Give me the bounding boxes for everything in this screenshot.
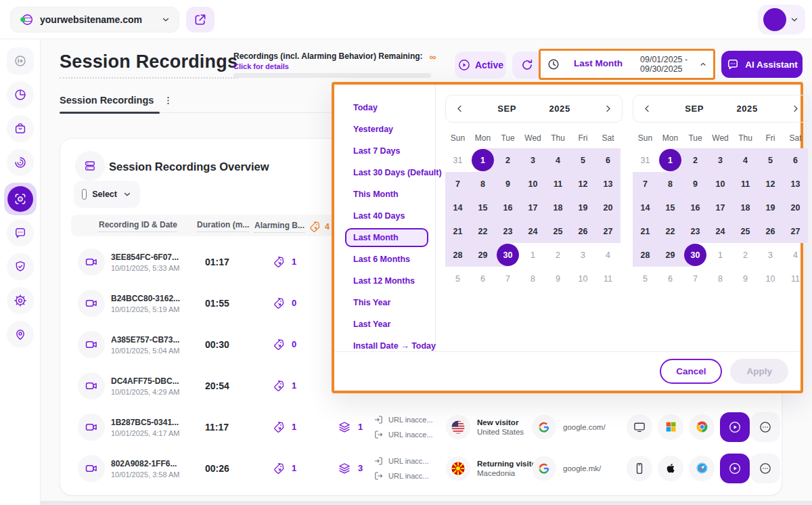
account-menu[interactable] [758, 5, 805, 35]
day-cell[interactable]: 14 [445, 196, 470, 219]
day-cell[interactable]: 9 [545, 267, 570, 290]
day-cell[interactable]: 24 [708, 219, 733, 243]
day-cell[interactable]: 8 [708, 267, 733, 290]
day-cell[interactable]: 3 [520, 148, 545, 172]
day-cell[interactable]: 5 [570, 148, 595, 172]
day-cell[interactable]: 7 [495, 267, 520, 290]
day-cell[interactable]: 2 [733, 243, 758, 267]
sidebar-item-security[interactable] [7, 253, 34, 280]
day-cell[interactable]: 6 [658, 267, 683, 290]
details-link[interactable]: Click for details [233, 62, 289, 70]
day-cell[interactable]: 19 [758, 196, 783, 219]
recording-row[interactable]: 802A9082-1FF6...10/01/2025, 3:58 AM00:26… [60, 447, 783, 489]
day-cell[interactable]: 22 [470, 219, 495, 243]
sidebar-item-location[interactable] [7, 321, 34, 348]
day-cell[interactable]: 6 [470, 267, 495, 290]
day-cell[interactable]: 10 [708, 172, 733, 196]
day-cell[interactable]: 1 [520, 243, 545, 267]
day-cell[interactable]: 18 [733, 196, 758, 219]
day-cell[interactable]: 22 [658, 219, 683, 243]
overview-icon-button[interactable] [75, 151, 105, 181]
site-selector[interactable]: yourwebsitename.com [10, 7, 179, 32]
date-range-button[interactable]: Last Month 09/01/2025 - 09/30/2025 [543, 53, 711, 76]
day-cell[interactable]: 11 [783, 267, 808, 290]
day-cell[interactable]: 5 [445, 267, 470, 290]
day-cell[interactable]: 21 [445, 219, 470, 243]
day-cell[interactable]: 17 [708, 196, 733, 219]
cancel-button[interactable]: Cancel [660, 359, 722, 384]
day-cell[interactable]: 26 [758, 219, 783, 243]
prev-month-button[interactable] [455, 104, 465, 114]
sidebar-item-store[interactable] [7, 115, 34, 142]
day-cell[interactable]: 7 [633, 172, 658, 196]
play-recording-button[interactable] [720, 454, 750, 483]
day-cell[interactable]: 19 [570, 196, 595, 219]
day-cell[interactable]: 29 [658, 243, 683, 267]
preset-yesterday[interactable]: Yesterday [345, 120, 428, 139]
day-cell[interactable]: 7 [445, 172, 470, 196]
day-cell[interactable]: 12 [758, 172, 783, 196]
column-id-date[interactable]: Recording ID & Date [99, 220, 177, 229]
tab-session-recordings[interactable]: Session Recordings [60, 95, 173, 106]
day-cell[interactable]: 2 [495, 148, 520, 172]
select-dropdown[interactable]: Select [74, 181, 140, 208]
day-cell[interactable]: 24 [520, 219, 545, 243]
day-cell[interactable]: 4 [595, 243, 621, 267]
preset-last-30-days-default[interactable]: Last 30 Days (Default) [345, 163, 428, 182]
kebab-menu-icon[interactable] [163, 95, 173, 106]
day-cell[interactable]: 14 [633, 196, 658, 219]
prev-month-button[interactable] [642, 104, 652, 114]
day-cell[interactable]: 15 [470, 196, 495, 219]
select-checkbox[interactable] [82, 189, 87, 200]
day-cell[interactable]: 3 [758, 243, 783, 267]
day-cell[interactable]: 11 [595, 267, 621, 290]
day-cell[interactable]: 13 [595, 172, 621, 196]
preset-last-12-months[interactable]: Last 12 Months [345, 271, 428, 290]
day-cell[interactable]: 5 [758, 148, 783, 172]
day-cell[interactable]: 10 [520, 172, 545, 196]
day-cell[interactable]: 25 [545, 219, 570, 243]
day-cell[interactable]: 8 [520, 267, 545, 290]
day-cell[interactable]: 25 [733, 219, 758, 243]
day-cell[interactable]: 3 [570, 243, 595, 267]
day-cell[interactable]: 7 [683, 267, 708, 290]
next-month-button[interactable] [603, 104, 613, 114]
day-cell[interactable]: 8 [658, 172, 683, 196]
sidebar-item-chat[interactable] [7, 219, 34, 246]
sidebar-item-settings[interactable] [7, 287, 34, 314]
play-recording-button[interactable] [720, 412, 750, 442]
day-cell[interactable]: 1 [470, 148, 495, 172]
day-cell[interactable]: 23 [683, 219, 708, 243]
day-cell[interactable]: 9 [733, 267, 758, 290]
day-cell[interactable]: 28 [633, 243, 658, 267]
day-cell[interactable]: 9 [495, 172, 520, 196]
day-cell[interactable]: 1 [658, 148, 683, 172]
day-cell[interactable]: 10 [570, 267, 595, 290]
preset-this-year[interactable]: This Year [345, 293, 428, 312]
day-cell[interactable]: 31 [633, 148, 658, 172]
day-cell[interactable]: 26 [570, 219, 595, 243]
day-cell[interactable]: 16 [495, 196, 520, 219]
day-cell[interactable]: 30 [495, 243, 520, 267]
preset-today[interactable]: Today [345, 98, 428, 117]
day-cell[interactable]: 9 [683, 172, 708, 196]
sidebar-item-collapse[interactable] [7, 47, 34, 74]
day-cell[interactable]: 12 [570, 172, 595, 196]
day-cell[interactable]: 15 [658, 196, 683, 219]
day-cell[interactable]: 18 [545, 196, 570, 219]
day-cell[interactable]: 8 [470, 172, 495, 196]
preset-last-40-days[interactable]: Last 40 Days [345, 206, 428, 225]
day-cell[interactable]: 4 [545, 148, 570, 172]
day-cell[interactable]: 29 [470, 243, 495, 267]
column-duration[interactable]: Duration (m... [197, 220, 249, 229]
day-cell[interactable]: 13 [783, 172, 808, 196]
day-cell[interactable]: 10 [758, 267, 783, 290]
preset-last-6-months[interactable]: Last 6 Months [345, 250, 428, 269]
preset-last-month[interactable]: Last Month [345, 228, 428, 247]
preset-last-7-days[interactable]: Last 7 Days [345, 141, 428, 160]
sidebar-item-recordings[interactable] [4, 183, 37, 215]
day-cell[interactable]: 27 [783, 219, 808, 243]
ai-assistant-button[interactable]: AI Assistant [721, 51, 803, 78]
day-cell[interactable]: 28 [445, 243, 470, 267]
day-cell[interactable]: 3 [708, 148, 733, 172]
